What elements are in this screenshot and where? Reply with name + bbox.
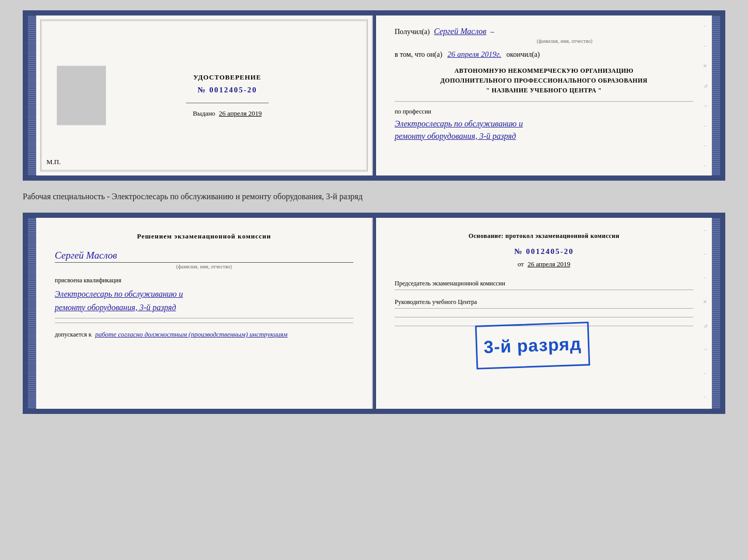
cert-issued-label: Выдано (193, 109, 215, 117)
cert-profession-text: Электрослесарь по обслуживанию и ремонту… (395, 118, 693, 142)
qual-right-dashes: – – – и ,а ← – – (704, 218, 709, 409)
stamp-text: 3-й разряд (484, 334, 582, 358)
qual-right-edge (712, 218, 720, 409)
qual-protocol-date-row: от 26 апреля 2019 (395, 260, 693, 268)
cert-center-content: УДОСТОВЕРЕНИЕ № 0012405-20 Выдано 26 апр… (186, 73, 269, 118)
qual-chairman-line (395, 290, 693, 290)
cert-in-that: в том, что он(а) (395, 51, 442, 59)
qual-line-1 (55, 318, 353, 318)
cert-number-label: № 0012405-20 (186, 86, 269, 94)
separator-text: Рабочая специальность - Электрослесарь п… (23, 190, 725, 203)
qual-assigned-label: присвоена квалификация (55, 277, 353, 284)
qual-blank-line1 (395, 317, 693, 317)
cert-recipient-row: Получил(а) Сергей Маслов – (395, 27, 693, 36)
qual-date-prefix: от (518, 260, 524, 268)
qual-admitted-row: допускается к работе согласно должностны… (55, 330, 353, 339)
cert-profession-label: по профессии (395, 108, 693, 116)
cert-issued-date: 26 апреля 2019 (219, 109, 262, 117)
cert-left-page: УДОСТОВЕРЕНИЕ № 0012405-20 Выдано 26 апр… (36, 15, 373, 175)
cert-org-line2: ДОПОЛНИТЕЛЬНОГО ПРОФЕССИОНАЛЬНОГО ОБРАЗО… (395, 76, 693, 86)
qual-chairman-label: Председатель экзаменационной комиссии (395, 280, 693, 287)
left-edge-decoration (28, 15, 36, 175)
qual-admitted-prefix: допускается к (55, 331, 91, 338)
qual-line-2 (55, 323, 353, 323)
cert-org-name: " НАЗВАНИЕ УЧЕБНОГО ЦЕНТРА " (395, 86, 693, 95)
qual-line1: Электрослесарь по обслуживанию и (55, 287, 353, 301)
cert-org-text: АВТОНОМНУЮ НЕКОММЕРЧЕСКУЮ ОРГАНИЗАЦИЮ ДО… (395, 66, 693, 96)
qual-right-page: Основание: протокол экзаменационной коми… (376, 218, 712, 409)
qual-left-edge (28, 218, 36, 409)
qual-person-subtitle: (фамилия, имя, отчество) (55, 262, 353, 269)
qual-left-page: Решением экзаменационной комиссии Сергей… (36, 218, 373, 409)
cert-divider (395, 101, 693, 102)
cert-recipient-subtitle: (фамилия, имя, отчество) (436, 38, 693, 44)
qual-director-label: Руководитель учебного Центра (395, 298, 693, 306)
qual-line2: ремонту оборудования, 3-й разряд (55, 301, 353, 314)
cert-profession-line2: ремонту оборудования, 3-й разряд (395, 130, 693, 142)
right-edge-decoration (712, 15, 720, 175)
qualification-book: Решением экзаменационной комиссии Сергей… (23, 213, 725, 414)
cert-dash: – (491, 28, 494, 36)
cert-completed-date: 26 апреля 2019г. (447, 50, 501, 59)
cert-intro-label: Получил(а) (395, 28, 430, 36)
mp-label: М.П. (46, 158, 60, 166)
qual-left-title: Решением экзаменационной комиссии (55, 232, 353, 241)
cert-right-page: Получил(а) Сергей Маслов – (фамилия, имя… (376, 15, 712, 175)
cert-completed-label: окончил(а) (506, 51, 540, 59)
qualification-stamp: 3-й разряд (475, 322, 590, 370)
right-dashes: – – и ,а ← – – – (704, 15, 709, 175)
cert-issued-row: Выдано 26 апреля 2019 (186, 109, 269, 118)
qual-person-name: Сергей Маслов (55, 250, 353, 261)
cert-completed-row: в том, что он(а) 26 апреля 2019г. окончи… (395, 50, 693, 59)
qual-protocol-date: 26 апреля 2019 (527, 260, 570, 268)
qual-right-title: Основание: протокол экзаменационной коми… (395, 232, 693, 240)
qual-qualification-text: Электрослесарь по обслуживанию и ремонту… (55, 287, 353, 314)
cert-title-label: УДОСТОВЕРЕНИЕ (186, 73, 269, 82)
qual-protocol-number: № 0012405-20 (395, 247, 693, 256)
cert-org-line1: АВТОНОМНУЮ НЕКОММЕРЧЕСКУЮ ОРГАНИЗАЦИЮ (395, 66, 693, 76)
photo-placeholder (57, 66, 106, 125)
certificate-book: УДОСТОВЕРЕНИЕ № 0012405-20 Выдано 26 апр… (23, 10, 725, 181)
qual-director-line (395, 308, 693, 309)
cert-recipient-name: Сергей Маслов (434, 27, 487, 36)
cert-profession-line1: Электрослесарь по обслуживанию и (395, 118, 693, 130)
qual-admitted-text: работе согласно должностным (производств… (95, 330, 287, 338)
cert-signature-line (186, 103, 269, 103)
